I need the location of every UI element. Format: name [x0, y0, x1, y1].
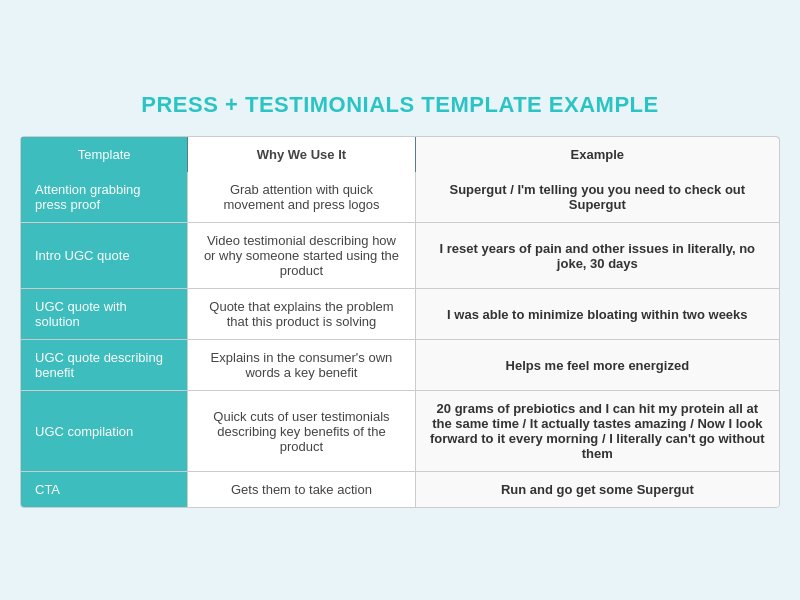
table-row: Intro UGC quoteVideo testimonial describ… [21, 223, 779, 289]
cell-why-4: Quick cuts of user testimonials describi… [188, 391, 415, 472]
table-row: UGC compilationQuick cuts of user testim… [21, 391, 779, 472]
cell-template-3: UGC quote describing benefit [21, 340, 188, 391]
cell-why-0: Grab attention with quick movement and p… [188, 172, 415, 223]
page-title-main: PRESS + TESTIMONIALS TEMPLATE [141, 92, 549, 117]
table-row: UGC quote describing benefitExplains in … [21, 340, 779, 391]
table-row: Attention grabbing press proofGrab atten… [21, 172, 779, 223]
header-template: Template [21, 137, 188, 172]
table-row: CTAGets them to take actionRun and go ge… [21, 472, 779, 508]
header-why: Why We Use It [188, 137, 415, 172]
cell-template-1: Intro UGC quote [21, 223, 188, 289]
cell-template-0: Attention grabbing press proof [21, 172, 188, 223]
main-table-wrapper: Template Why We Use It Example Attention… [20, 136, 780, 508]
cell-why-5: Gets them to take action [188, 472, 415, 508]
header-example: Example [415, 137, 779, 172]
table-row: UGC quote with solutionQuote that explai… [21, 289, 779, 340]
cell-why-2: Quote that explains the problem that thi… [188, 289, 415, 340]
cell-why-1: Video testimonial describing how or why … [188, 223, 415, 289]
cell-example-4: 20 grams of prebiotics and I can hit my … [415, 391, 779, 472]
cell-example-1: I reset years of pain and other issues i… [415, 223, 779, 289]
table-header-row: Template Why We Use It Example [21, 137, 779, 172]
cell-template-2: UGC quote with solution [21, 289, 188, 340]
cell-template-5: CTA [21, 472, 188, 508]
cell-example-0: Supergut / I'm telling you you need to c… [415, 172, 779, 223]
page-title: PRESS + TESTIMONIALS TEMPLATE EXAMPLE [141, 92, 658, 118]
cell-example-2: I was able to minimize bloating within t… [415, 289, 779, 340]
cell-example-5: Run and go get some Supergut [415, 472, 779, 508]
main-table: Template Why We Use It Example Attention… [21, 137, 779, 507]
cell-template-4: UGC compilation [21, 391, 188, 472]
cell-why-3: Explains in the consumer's own words a k… [188, 340, 415, 391]
cell-example-3: Helps me feel more energized [415, 340, 779, 391]
page-title-accent: EXAMPLE [549, 92, 659, 117]
